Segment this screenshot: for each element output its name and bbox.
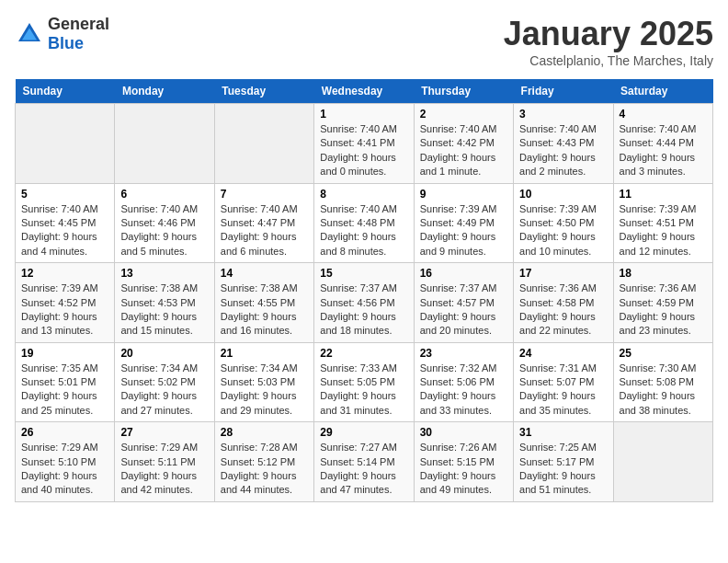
day-info: Sunrise: 7:40 AMSunset: 4:44 PMDaylight:… xyxy=(620,122,707,179)
day-number: 21 xyxy=(221,347,308,360)
calendar-cell: 19Sunrise: 7:35 AMSunset: 5:01 PMDayligh… xyxy=(16,342,115,422)
day-number: 25 xyxy=(620,347,707,360)
day-number: 6 xyxy=(120,188,208,201)
calendar-cell: 27Sunrise: 7:29 AMSunset: 5:11 PMDayligh… xyxy=(115,422,214,502)
day-number: 23 xyxy=(420,347,507,360)
day-number: 13 xyxy=(120,267,208,280)
header-day-saturday: Saturday xyxy=(613,79,712,104)
week-row-3: 12Sunrise: 7:39 AMSunset: 4:52 PMDayligh… xyxy=(16,263,713,343)
day-number: 2 xyxy=(420,108,507,121)
day-number: 27 xyxy=(120,426,208,439)
header-day-tuesday: Tuesday xyxy=(214,79,313,104)
day-info: Sunrise: 7:34 AMSunset: 5:03 PMDaylight:… xyxy=(221,362,308,419)
day-number: 18 xyxy=(620,267,707,280)
day-number: 8 xyxy=(320,188,407,201)
day-number: 20 xyxy=(120,347,208,360)
week-row-5: 26Sunrise: 7:29 AMSunset: 5:10 PMDayligh… xyxy=(16,422,713,502)
day-number: 7 xyxy=(221,188,308,201)
day-info: Sunrise: 7:38 AMSunset: 4:55 PMDaylight:… xyxy=(221,282,308,339)
calendar-header: SundayMondayTuesdayWednesdayThursdayFrid… xyxy=(16,79,713,104)
calendar-cell: 13Sunrise: 7:38 AMSunset: 4:53 PMDayligh… xyxy=(115,263,214,343)
day-number: 22 xyxy=(320,347,407,360)
day-number: 31 xyxy=(519,426,607,439)
calendar-cell: 20Sunrise: 7:34 AMSunset: 5:02 PMDayligh… xyxy=(115,342,214,422)
calendar-cell: 22Sunrise: 7:33 AMSunset: 5:05 PMDayligh… xyxy=(314,342,414,422)
day-info: Sunrise: 7:28 AMSunset: 5:12 PMDaylight:… xyxy=(221,441,308,498)
day-info: Sunrise: 7:29 AMSunset: 5:11 PMDaylight:… xyxy=(120,441,208,498)
calendar-cell: 24Sunrise: 7:31 AMSunset: 5:07 PMDayligh… xyxy=(514,342,613,422)
day-number: 9 xyxy=(420,188,507,201)
calendar-cell: 16Sunrise: 7:37 AMSunset: 4:57 PMDayligh… xyxy=(414,263,513,343)
calendar-cell: 7Sunrise: 7:40 AMSunset: 4:47 PMDaylight… xyxy=(214,183,313,263)
calendar-cell: 11Sunrise: 7:39 AMSunset: 4:51 PMDayligh… xyxy=(613,183,712,263)
day-info: Sunrise: 7:26 AMSunset: 5:15 PMDaylight:… xyxy=(420,441,507,498)
calendar-cell: 5Sunrise: 7:40 AMSunset: 4:45 PMDaylight… xyxy=(16,183,115,263)
week-row-1: 1Sunrise: 7:40 AMSunset: 4:41 PMDaylight… xyxy=(16,104,713,184)
header: General Blue January 2025 Castelplanio, … xyxy=(15,15,713,68)
week-row-4: 19Sunrise: 7:35 AMSunset: 5:01 PMDayligh… xyxy=(16,342,713,422)
day-info: Sunrise: 7:36 AMSunset: 4:59 PMDaylight:… xyxy=(620,282,707,339)
calendar-title: January 2025 xyxy=(504,15,713,53)
day-info: Sunrise: 7:40 AMSunset: 4:48 PMDaylight:… xyxy=(320,202,407,259)
day-number: 28 xyxy=(221,426,308,439)
day-number: 29 xyxy=(320,426,407,439)
calendar-cell xyxy=(115,104,214,184)
logo-icon xyxy=(15,19,44,49)
header-day-wednesday: Wednesday xyxy=(314,79,414,104)
day-number: 1 xyxy=(320,108,407,121)
day-number: 12 xyxy=(21,267,108,280)
calendar-cell: 30Sunrise: 7:26 AMSunset: 5:15 PMDayligh… xyxy=(414,422,513,502)
day-info: Sunrise: 7:31 AMSunset: 5:07 PMDaylight:… xyxy=(519,362,607,419)
day-number: 16 xyxy=(420,267,507,280)
day-number: 17 xyxy=(519,267,607,280)
header-day-sunday: Sunday xyxy=(16,79,115,104)
day-info: Sunrise: 7:37 AMSunset: 4:57 PMDaylight:… xyxy=(420,282,507,339)
logo: General Blue xyxy=(15,15,109,53)
day-info: Sunrise: 7:39 AMSunset: 4:50 PMDaylight:… xyxy=(519,202,607,259)
calendar-table: SundayMondayTuesdayWednesdayThursdayFrid… xyxy=(15,79,713,502)
calendar-cell xyxy=(613,422,712,502)
calendar-body: 1Sunrise: 7:40 AMSunset: 4:41 PMDaylight… xyxy=(16,104,713,502)
day-info: Sunrise: 7:30 AMSunset: 5:08 PMDaylight:… xyxy=(620,362,707,419)
header-day-monday: Monday xyxy=(115,79,214,104)
day-info: Sunrise: 7:40 AMSunset: 4:45 PMDaylight:… xyxy=(21,202,108,259)
day-number: 11 xyxy=(620,188,707,201)
day-number: 5 xyxy=(21,188,108,201)
day-info: Sunrise: 7:35 AMSunset: 5:01 PMDaylight:… xyxy=(21,362,108,419)
day-info: Sunrise: 7:34 AMSunset: 5:02 PMDaylight:… xyxy=(120,362,208,419)
day-info: Sunrise: 7:36 AMSunset: 4:58 PMDaylight:… xyxy=(519,282,607,339)
day-number: 10 xyxy=(519,188,607,201)
day-number: 19 xyxy=(21,347,108,360)
day-info: Sunrise: 7:40 AMSunset: 4:43 PMDaylight:… xyxy=(519,122,607,179)
day-number: 15 xyxy=(320,267,407,280)
title-area: January 2025 Castelplanio, The Marches, … xyxy=(504,15,713,68)
calendar-cell: 23Sunrise: 7:32 AMSunset: 5:06 PMDayligh… xyxy=(414,342,513,422)
calendar-cell: 8Sunrise: 7:40 AMSunset: 4:48 PMDaylight… xyxy=(314,183,414,263)
calendar-cell: 15Sunrise: 7:37 AMSunset: 4:56 PMDayligh… xyxy=(314,263,414,343)
calendar-cell: 18Sunrise: 7:36 AMSunset: 4:59 PMDayligh… xyxy=(613,263,712,343)
calendar-cell: 1Sunrise: 7:40 AMSunset: 4:41 PMDaylight… xyxy=(314,104,414,184)
day-number: 24 xyxy=(519,347,607,360)
calendar-cell: 26Sunrise: 7:29 AMSunset: 5:10 PMDayligh… xyxy=(16,422,115,502)
day-number: 30 xyxy=(420,426,507,439)
day-info: Sunrise: 7:27 AMSunset: 5:14 PMDaylight:… xyxy=(320,441,407,498)
calendar-cell: 9Sunrise: 7:39 AMSunset: 4:49 PMDaylight… xyxy=(414,183,513,263)
calendar-cell: 17Sunrise: 7:36 AMSunset: 4:58 PMDayligh… xyxy=(514,263,613,343)
day-info: Sunrise: 7:29 AMSunset: 5:10 PMDaylight:… xyxy=(21,441,108,498)
day-info: Sunrise: 7:39 AMSunset: 4:51 PMDaylight:… xyxy=(620,202,707,259)
week-row-2: 5Sunrise: 7:40 AMSunset: 4:45 PMDaylight… xyxy=(16,183,713,263)
day-info: Sunrise: 7:40 AMSunset: 4:47 PMDaylight:… xyxy=(221,202,308,259)
calendar-cell: 14Sunrise: 7:38 AMSunset: 4:55 PMDayligh… xyxy=(214,263,313,343)
calendar-cell: 10Sunrise: 7:39 AMSunset: 4:50 PMDayligh… xyxy=(514,183,613,263)
calendar-cell: 21Sunrise: 7:34 AMSunset: 5:03 PMDayligh… xyxy=(214,342,313,422)
day-info: Sunrise: 7:39 AMSunset: 4:52 PMDaylight:… xyxy=(21,282,108,339)
day-info: Sunrise: 7:37 AMSunset: 4:56 PMDaylight:… xyxy=(320,282,407,339)
calendar-cell: 6Sunrise: 7:40 AMSunset: 4:46 PMDaylight… xyxy=(115,183,214,263)
day-info: Sunrise: 7:40 AMSunset: 4:46 PMDaylight:… xyxy=(120,202,208,259)
calendar-cell: 3Sunrise: 7:40 AMSunset: 4:43 PMDaylight… xyxy=(514,104,613,184)
day-info: Sunrise: 7:40 AMSunset: 4:42 PMDaylight:… xyxy=(420,122,507,179)
calendar-cell: 29Sunrise: 7:27 AMSunset: 5:14 PMDayligh… xyxy=(314,422,414,502)
logo-general: General xyxy=(48,15,109,33)
calendar-cell: 31Sunrise: 7:25 AMSunset: 5:17 PMDayligh… xyxy=(514,422,613,502)
day-number: 26 xyxy=(21,426,108,439)
